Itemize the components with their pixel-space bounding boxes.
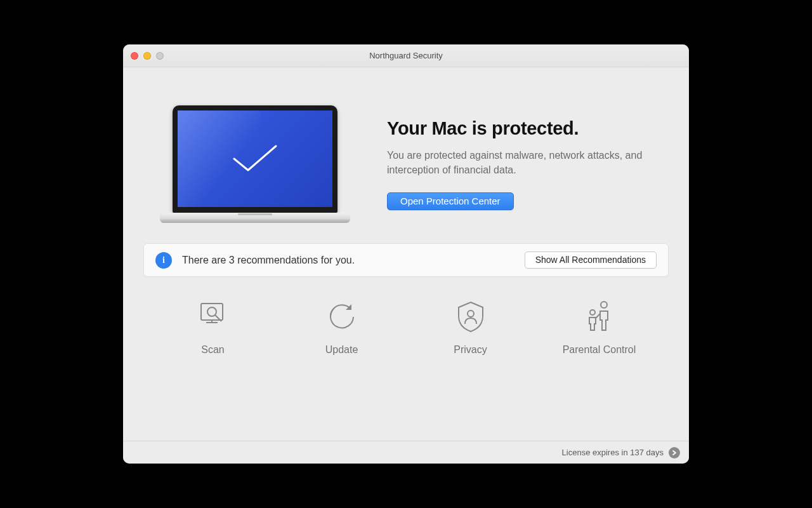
footer: License expires in 137 days xyxy=(123,441,689,464)
feature-label: Update xyxy=(325,344,358,356)
svg-point-8 xyxy=(590,310,595,315)
privacy-icon xyxy=(452,298,489,335)
recommendations-text: There are 3 recommendations for you. xyxy=(182,255,514,266)
status-title: Your Mac is protected. xyxy=(387,118,658,139)
update-icon xyxy=(324,298,360,335)
scan-icon xyxy=(195,298,232,335)
feature-label: Parental Control xyxy=(563,344,636,356)
feature-scan[interactable]: Scan xyxy=(166,298,261,356)
feature-row: Scan Update xyxy=(143,298,669,361)
checkmark-icon xyxy=(230,144,280,174)
laptop-icon xyxy=(160,105,350,223)
status-illustration xyxy=(154,105,357,223)
maximize-icon[interactable] xyxy=(156,52,164,60)
svg-point-6 xyxy=(601,302,607,308)
parental-control-icon xyxy=(581,298,618,335)
recommendations-bar: i There are 3 recommendations for you. S… xyxy=(143,243,669,277)
feature-label: Privacy xyxy=(454,344,487,356)
feature-label: Scan xyxy=(201,344,224,356)
hero-section: Your Mac is protected. You are protected… xyxy=(143,88,669,243)
show-all-recommendations-button[interactable]: Show All Recommendations xyxy=(525,251,657,269)
hero-text: Your Mac is protected. You are protected… xyxy=(387,118,658,210)
license-status-text: License expires in 137 days xyxy=(562,448,664,457)
svg-point-3 xyxy=(207,307,216,316)
license-details-button[interactable] xyxy=(669,447,680,458)
feature-privacy[interactable]: Privacy xyxy=(423,298,518,356)
minimize-icon[interactable] xyxy=(143,52,151,60)
status-subtitle: You are protected against malware, netwo… xyxy=(387,148,653,177)
traffic-lights xyxy=(131,52,164,60)
info-icon: i xyxy=(155,252,172,269)
window-content: Your Mac is protected. You are protected… xyxy=(123,67,689,441)
open-protection-center-button[interactable]: Open Protection Center xyxy=(387,192,514,210)
feature-update[interactable]: Update xyxy=(294,298,390,356)
chevron-right-icon xyxy=(671,450,678,456)
app-window: Northguard Security xyxy=(123,44,689,464)
close-icon[interactable] xyxy=(131,52,138,60)
titlebar[interactable]: Northguard Security xyxy=(123,44,689,67)
window-title: Northguard Security xyxy=(123,51,689,60)
svg-point-5 xyxy=(468,311,474,317)
svg-rect-0 xyxy=(201,304,223,320)
feature-parental-control[interactable]: Parental Control xyxy=(552,298,647,356)
